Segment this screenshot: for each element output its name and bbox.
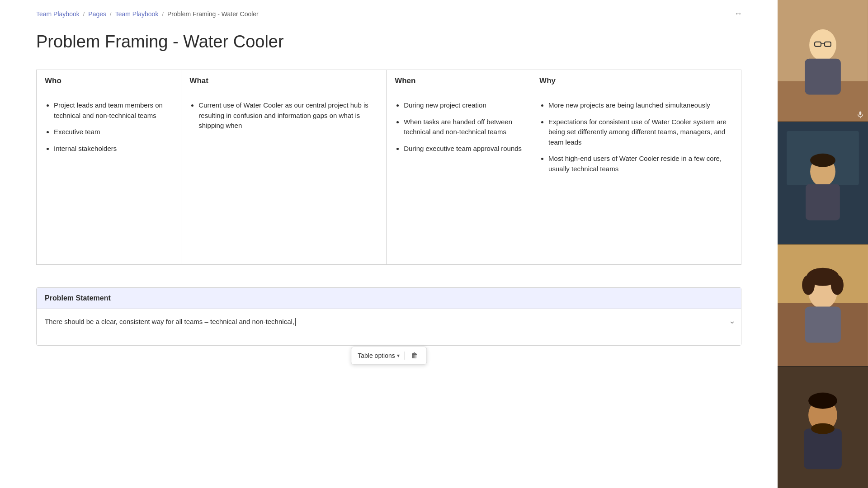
video-bg-2 <box>778 122 868 244</box>
cell-when[interactable]: During new project creation When tasks a… <box>387 92 531 265</box>
cell-why[interactable]: More new projects are being launched sim… <box>531 92 741 265</box>
text-cursor <box>295 318 296 326</box>
video-bg-3 <box>778 244 868 366</box>
breadcrumb-item-1[interactable]: Team Playbook <box>36 10 80 18</box>
when-item-3: During executive team approval rounds <box>404 144 523 154</box>
why-item-3: Most high-end users of Water Cooler resi… <box>548 154 733 174</box>
video-panel <box>778 0 868 488</box>
cell-who[interactable]: Project leads and team members on techni… <box>37 92 181 265</box>
main-content: Team Playbook / Pages / Team Playbook / … <box>0 0 778 488</box>
video-participant-1 <box>778 0 868 122</box>
when-item-1: During new project creation <box>404 100 523 111</box>
breadcrumb-sep-3: / <box>162 10 164 17</box>
who-item-3: Internal stakeholders <box>54 144 173 154</box>
problem-statement-body[interactable]: There should be a clear, consistent way … <box>37 309 741 345</box>
table-options-delete-button[interactable]: 🗑 <box>409 351 420 361</box>
svg-point-20 <box>802 275 815 295</box>
svg-point-14 <box>810 154 835 167</box>
video-participant-2 <box>778 122 868 244</box>
table-options-chevron-icon: ▾ <box>397 352 400 359</box>
table-options-button[interactable]: Table options ▾ <box>358 352 400 359</box>
problem-statement-expand-icon[interactable]: ⌄ <box>729 314 736 328</box>
breadcrumb-sep-2: / <box>110 10 112 17</box>
svg-point-26 <box>811 423 835 434</box>
problem-statement-section: Problem Statement There should be a clea… <box>36 287 741 346</box>
problem-framing-table-section: Who What When Why Project leads and team… <box>36 70 741 265</box>
video-participant-4 <box>778 366 868 488</box>
who-item-1: Project leads and team members on techni… <box>54 100 173 121</box>
svg-rect-4 <box>805 59 841 95</box>
what-item-1: Current use of Water Cooler as our centr… <box>198 100 378 131</box>
svg-rect-18 <box>805 306 841 343</box>
problem-statement-wrapper: Problem Statement There should be a clea… <box>36 287 741 346</box>
svg-rect-13 <box>806 184 840 221</box>
video-bg-1 <box>778 0 868 122</box>
breadcrumb-sep-1: / <box>83 10 85 17</box>
svg-rect-24 <box>804 428 842 469</box>
col-header-when: When <box>387 70 531 92</box>
breadcrumb: Team Playbook / Pages / Team Playbook / … <box>36 0 741 32</box>
svg-point-21 <box>831 275 844 295</box>
svg-point-25 <box>808 393 837 409</box>
video-participant-3 <box>778 244 868 366</box>
table-row: Project leads and team members on techni… <box>37 92 741 265</box>
svg-rect-8 <box>859 112 862 115</box>
cell-what[interactable]: Current use of Water Cooler as our centr… <box>181 92 387 265</box>
svg-point-3 <box>809 29 836 61</box>
col-header-what: What <box>181 70 387 92</box>
video-bg-4 <box>778 366 868 488</box>
col-header-why: Why <box>531 70 741 92</box>
col-header-who: Who <box>37 70 181 92</box>
problem-statement-header: Problem Statement <box>37 288 741 309</box>
when-item-2: When tasks are handed off between techni… <box>404 117 523 137</box>
table-options-divider <box>404 352 405 360</box>
breadcrumb-item-pages[interactable]: Pages <box>88 10 106 18</box>
breadcrumb-item-2[interactable]: Team Playbook <box>115 10 159 18</box>
why-item-1: More new projects are being launched sim… <box>548 100 733 111</box>
breadcrumb-current: Problem Framing - Water Cooler <box>167 10 259 18</box>
mic-icon-1 <box>856 111 864 119</box>
table-options-label-text: Table options <box>358 352 395 359</box>
table-options-bar: Table options ▾ 🗑 <box>351 347 427 365</box>
problem-framing-table: Who What When Why Project leads and team… <box>36 70 741 265</box>
why-item-2: Expectations for consistent use of Water… <box>548 117 733 148</box>
problem-statement-text: There should be a clear, consistent way … <box>45 318 294 325</box>
breadcrumb-expand-icon[interactable]: ↔ <box>734 9 741 19</box>
who-item-2: Executive team <box>54 127 173 137</box>
page-title: Problem Framing - Water Cooler <box>36 32 741 52</box>
